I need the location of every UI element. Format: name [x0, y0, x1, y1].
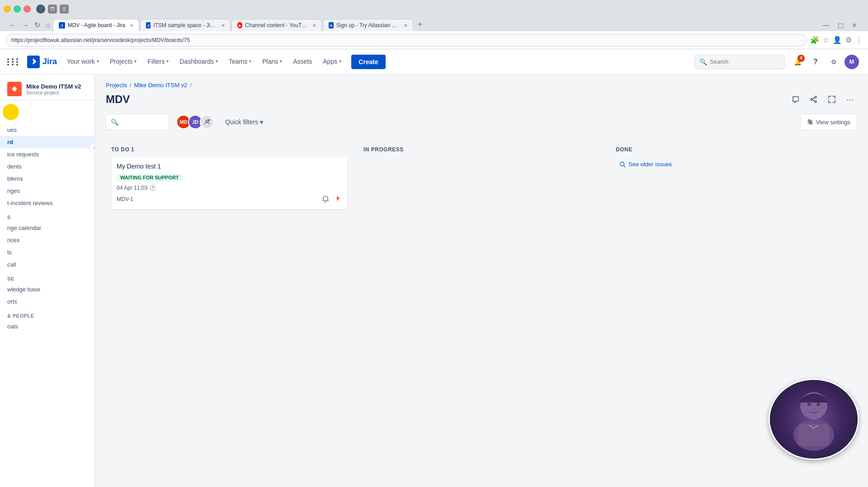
sidebar-item-knowledge-base[interactable]: wledge base	[0, 283, 94, 295]
nav-item-plans[interactable]: Plans ▾	[258, 49, 287, 75]
sidebar-item-service-requests[interactable]: ice requests	[0, 148, 94, 160]
nav-label-projects: Projects	[110, 58, 133, 65]
bookmark-icon[interactable]: ☆	[823, 36, 829, 44]
maximize-button[interactable]	[14, 5, 21, 13]
sidebar-item-assets[interactable]: ts	[0, 246, 94, 258]
apps-menu-button[interactable]	[5, 54, 22, 70]
col-header-todo: TO DO 1	[111, 145, 347, 157]
window-restore-btn[interactable]: ▢	[834, 20, 847, 31]
svg-point-14	[809, 121, 811, 123]
home-button[interactable]: ⌂	[44, 19, 52, 31]
share-button[interactable]	[807, 92, 821, 107]
avatar-group: MD JD	[176, 115, 214, 129]
url-input[interactable]	[5, 34, 807, 47]
breadcrumb-projects[interactable]: Projects	[106, 82, 127, 89]
nav-item-apps[interactable]: Apps ▾	[318, 49, 346, 75]
svg-point-19	[807, 403, 811, 406]
sidebar-item-change-calendar[interactable]: nge calendar	[0, 222, 94, 234]
tab-close-2[interactable]: ✕	[221, 23, 225, 28]
nav-item-teams[interactable]: Teams ▾	[224, 49, 256, 75]
card-status-badge: WAITING FOR SUPPORT	[117, 174, 183, 181]
board-search[interactable]: 🔍	[106, 114, 169, 130]
help-button[interactable]: ?	[808, 55, 823, 69]
window-minimize-btn[interactable]: —	[819, 19, 833, 31]
window-controls	[4, 5, 31, 13]
back-button[interactable]: ←	[7, 19, 18, 31]
jira-logo[interactable]: Jira	[24, 56, 61, 68]
reload-button[interactable]: ↻	[33, 19, 42, 31]
settings-icon[interactable]: ⚙	[845, 36, 852, 44]
notifications-button[interactable]: 🔔 4	[790, 55, 805, 69]
sidebar-item-incidents[interactable]: dents	[0, 160, 94, 173]
tab-mdv-agile[interactable]: J MDV - Agile board - Jira ✕	[53, 19, 139, 31]
minimize-button[interactable]	[4, 5, 11, 13]
sidebar: Mike Demo ITSM v2 Service project ‹ ues …	[0, 75, 95, 487]
sidebar-item-on-call[interactable]: call	[0, 258, 94, 271]
tab-itsm-sample[interactable]: J ITSM sample space - Jira Service... ✕	[140, 19, 231, 31]
share-icon	[810, 96, 817, 103]
kanban-col-todo: TO DO 1 My Demo test 1 WAITING FOR SUPPO…	[106, 139, 353, 365]
window-icon-1: 🗔	[48, 5, 57, 14]
chevron-icon-plans: ▾	[280, 59, 282, 64]
global-search[interactable]: 🔍	[694, 55, 785, 69]
tab-bar: ← → ↻ ⌂ J MDV - Agile board - Jira ✕ J I…	[0, 18, 868, 31]
card-priority-icon[interactable]	[333, 195, 342, 204]
window-close-btn[interactable]: ✕	[848, 20, 861, 31]
profile-icon: 👤	[36, 5, 45, 14]
more-options-icon[interactable]: ⋮	[855, 36, 863, 44]
search-icon: 🔍	[699, 58, 707, 66]
profile-menu-icon[interactable]: 👤	[833, 36, 842, 44]
breadcrumb: Projects / Mike Demo ITSM v2 /	[106, 82, 857, 89]
breadcrumb-sep-1: /	[130, 82, 132, 89]
create-button[interactable]: Create	[351, 55, 386, 69]
yellow-circle-indicator[interactable]	[3, 104, 19, 120]
board-title: MDV	[106, 93, 130, 106]
sidebar-item-post-incident[interactable]: t-incident reviews	[0, 197, 94, 209]
view-settings-button[interactable]: View settings	[800, 114, 857, 130]
sidebar-item-prices[interactable]: rices	[0, 234, 94, 246]
nav-item-filters[interactable]: Filters ▾	[143, 49, 173, 75]
extensions-icon[interactable]: 🧩	[810, 36, 819, 44]
tab-close-1[interactable]: ✕	[130, 23, 133, 28]
nav-item-dashboards[interactable]: Dashboards ▾	[175, 49, 222, 75]
see-older-issues-button[interactable]: See older issues	[616, 157, 852, 171]
settings-button[interactable]: ⚙	[826, 55, 841, 69]
tab-close-4[interactable]: ✕	[404, 23, 407, 28]
tab-close-3[interactable]: ✕	[312, 23, 316, 28]
nav-icon-group: 🔔 4 ? ⚙ M	[787, 55, 863, 69]
board-search-input[interactable]	[121, 119, 164, 126]
board-search-icon: 🔍	[111, 118, 118, 126]
new-tab-button[interactable]: +	[414, 18, 426, 31]
feedback-icon	[792, 96, 799, 103]
user-avatar[interactable]: M	[844, 55, 859, 69]
breadcrumb-project[interactable]: Mike Demo ITSM v2	[134, 82, 188, 89]
nav-item-projects[interactable]: Projects ▾	[105, 49, 142, 75]
kanban-col-in-progress: IN PROGRESS	[358, 139, 605, 365]
sidebar-item-board[interactable]: rd	[0, 136, 94, 148]
quick-filters-button[interactable]: Quick filters ▾	[220, 114, 269, 130]
project-info: Mike Demo ITSM v2 Service project	[26, 83, 81, 95]
sidebar-item-goals[interactable]: oals	[0, 320, 94, 332]
nav-item-your-work[interactable]: Your work ▾	[62, 49, 104, 75]
sidebar-item-reports[interactable]: orts	[0, 295, 94, 308]
tab-favicon-2: J	[146, 22, 151, 28]
kanban-card-mdv1[interactable]: My Demo test 1 WAITING FOR SUPPORT 04 Ap…	[111, 157, 347, 209]
more-options-button[interactable]: ⋯	[843, 92, 857, 107]
sidebar-item-changes[interactable]: nges	[0, 185, 94, 197]
feedback-button[interactable]	[788, 92, 803, 107]
expand-button[interactable]	[825, 92, 839, 107]
sidebar-label-assets: ts	[7, 249, 12, 256]
card-bell-icon[interactable]	[321, 195, 330, 204]
sidebar-label-board: rd	[7, 139, 13, 145]
tab-atlassian-signup[interactable]: A Sign up - Try Atlassian Cloud | A... ✕	[323, 19, 413, 31]
nav-item-assets[interactable]: Assets	[288, 49, 316, 75]
add-avatar-button[interactable]	[200, 115, 214, 129]
sidebar-item-issues[interactable]: ues	[0, 124, 94, 136]
search-input[interactable]	[710, 58, 780, 65]
tab-youtube[interactable]: ▶ Channel content - YouTube Stu... ✕	[231, 19, 322, 31]
close-button[interactable]	[24, 5, 31, 13]
forward-button[interactable]: →	[20, 19, 31, 31]
sidebar-item-problems[interactable]: blems	[0, 173, 94, 185]
clock-icon: 🕐	[149, 185, 156, 191]
card-footer: MDV-1	[117, 195, 342, 204]
